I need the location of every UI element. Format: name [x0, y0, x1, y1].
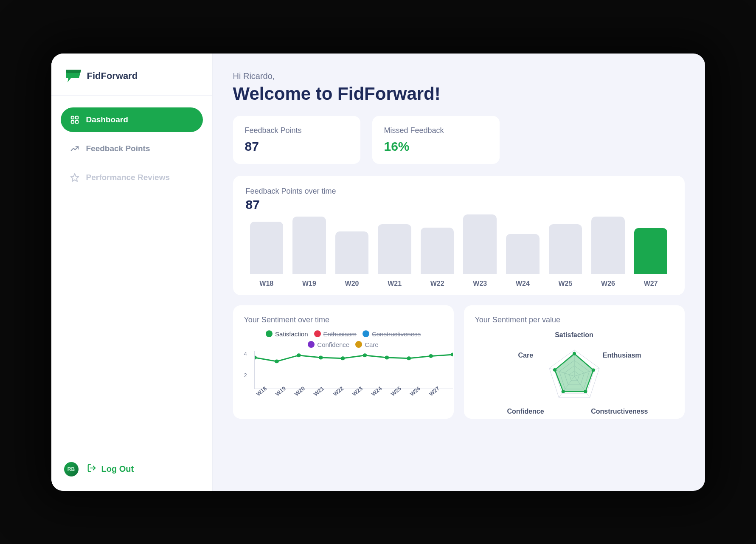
legend-dot-icon [266, 330, 273, 337]
svg-marker-4 [70, 173, 78, 181]
bar[interactable] [250, 222, 284, 274]
bar-label: W26 [601, 280, 615, 288]
line-chart: 4 2 W18W19W20W21W22W23W24W25W26W27 [244, 351, 443, 402]
bar[interactable] [549, 224, 582, 274]
svg-point-12 [385, 355, 389, 359]
brand-name: FidForward [87, 70, 138, 82]
bar-wrap: W21 [378, 224, 411, 288]
radar-axis-label: Constructiveness [591, 408, 648, 415]
legend-item-constructiveness[interactable]: Constructiveness [363, 330, 421, 338]
bar-label: W20 [345, 280, 359, 288]
stat-label: Missed Feedback [384, 126, 488, 135]
bar-label: W18 [259, 280, 273, 288]
bar-chart: W18W19W20W21W22W23W24W25W26W27 [246, 215, 672, 288]
panel-feedback-over-time: Feedback Points over time 87 W18W19W20W2… [233, 176, 685, 295]
sidebar-item-feedback-points[interactable]: Feedback Points [61, 136, 203, 161]
radar-chart-svg [519, 333, 630, 414]
bar-wrap: W18 [250, 222, 284, 288]
legend-item-enthusiasm[interactable]: Enthusiasm [314, 330, 357, 338]
line-chart-legend: Satisfaction Enthusiasm Constructiveness… [244, 330, 443, 348]
radar-axis-label: Care [518, 352, 534, 359]
stat-card-missed-feedback: Missed Feedback 16% [372, 116, 500, 164]
legend-dot-icon [314, 330, 321, 337]
sidebar: FidForward Dashboard Feedback Poi [51, 54, 213, 491]
svg-point-24 [561, 390, 565, 393]
bar[interactable] [506, 234, 540, 273]
svg-point-8 [296, 353, 301, 357]
line-chart-svg [254, 351, 453, 389]
bar-wrap: W26 [591, 217, 625, 287]
bar[interactable] [292, 217, 326, 273]
sidebar-item-label: Dashboard [86, 115, 128, 124]
bar-label: W21 [388, 280, 402, 288]
sidebar-footer: RB Log Out [51, 451, 212, 491]
bar-label: W19 [302, 280, 316, 288]
bottom-panels-row: Your Sentiment over time Satisfaction En… [233, 305, 685, 419]
bar-wrap: W27 [634, 228, 668, 287]
panel-sentiment-over-time: Your Sentiment over time Satisfaction En… [233, 305, 454, 419]
svg-point-6 [254, 355, 257, 359]
panel-sentiment-per-value: Your Sentiment per value Satisfaction En… [464, 305, 685, 419]
bar-wrap: W22 [421, 228, 454, 288]
trend-up-icon [70, 144, 79, 153]
svg-point-13 [407, 356, 411, 360]
bar[interactable] [421, 228, 454, 274]
radar-chart: Satisfaction Enthusiasm Constructiveness… [475, 330, 674, 414]
main-content: Hi Ricardo, Welcome to FidForward! Feedb… [213, 54, 705, 491]
legend-item-care[interactable]: Care [355, 341, 379, 348]
svg-rect-1 [75, 116, 78, 118]
svg-point-7 [274, 359, 278, 363]
sidebar-item-label: Performance Reviews [86, 173, 170, 182]
legend-dot-icon [363, 330, 369, 337]
legend-item-confidence[interactable]: Confidence [308, 341, 349, 348]
logout-icon [87, 463, 96, 475]
stat-label: Feedback Points [245, 126, 348, 135]
svg-point-23 [584, 390, 587, 393]
bar-wrap: W23 [463, 214, 497, 288]
bar-wrap: W24 [506, 234, 540, 287]
bar[interactable] [335, 231, 369, 273]
svg-rect-2 [71, 120, 73, 123]
avatar[interactable]: RB [64, 462, 79, 476]
radar-axis-label: Satisfaction [555, 331, 593, 339]
radar-axis-label: Enthusiasm [603, 352, 641, 359]
bar-label: W22 [430, 280, 444, 288]
bar-wrap: W20 [335, 231, 369, 287]
bar[interactable] [378, 224, 411, 274]
bar[interactable] [591, 217, 625, 273]
y-axis-ticks: 4 2 [244, 351, 253, 393]
stat-card-feedback-points: Feedback Points 87 [233, 116, 360, 164]
sidebar-nav: Dashboard Feedback Points Performance Re… [51, 96, 212, 202]
legend-dot-icon [308, 341, 315, 348]
svg-point-25 [553, 368, 556, 372]
svg-rect-0 [71, 116, 73, 118]
panel-title: Feedback Points over time [246, 187, 672, 196]
stat-value: 16% [384, 139, 488, 154]
stats-row: Feedback Points 87 Missed Feedback 16% [233, 116, 685, 164]
app-window: FidForward Dashboard Feedback Poi [51, 54, 705, 491]
svg-point-10 [340, 356, 345, 360]
legend-item-satisfaction[interactable]: Satisfaction [266, 330, 308, 338]
logout-label: Log Out [101, 464, 134, 474]
bar-wrap: W25 [549, 224, 582, 288]
bar-label: W24 [516, 280, 530, 288]
bar-label: W23 [473, 280, 487, 288]
bar-label: W25 [559, 280, 573, 288]
bar[interactable] [634, 228, 668, 273]
sidebar-item-dashboard[interactable]: Dashboard [61, 107, 203, 132]
sidebar-item-performance-reviews[interactable]: Performance Reviews [61, 165, 203, 190]
brand-logo-icon [65, 69, 82, 83]
stat-value: 87 [245, 139, 348, 154]
svg-point-22 [591, 368, 595, 372]
bar-label: W27 [644, 280, 658, 288]
legend-dot-icon [355, 341, 362, 348]
svg-point-9 [318, 355, 323, 359]
star-icon [70, 173, 79, 182]
x-axis-ticks: W18W19W20W21W22W23W24W25W26W27 [244, 392, 443, 399]
svg-point-11 [363, 353, 367, 357]
svg-rect-3 [75, 120, 78, 123]
bar[interactable] [463, 214, 497, 274]
panel-title: Your Sentiment over time [244, 316, 443, 324]
bar-wrap: W19 [292, 217, 326, 287]
logout-button[interactable]: Log Out [87, 463, 134, 475]
